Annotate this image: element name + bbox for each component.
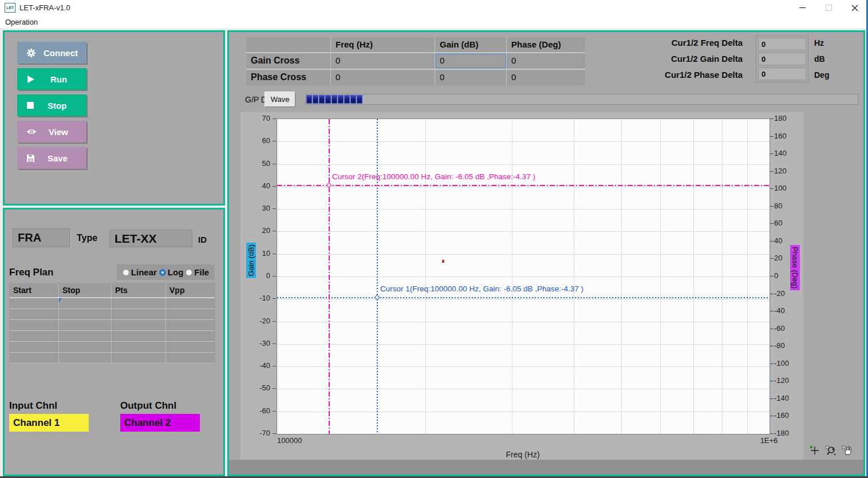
grid-line-vertical [425, 119, 426, 434]
freq-plan-cell[interactable] [59, 309, 112, 319]
maximize-button[interactable] [815, 0, 842, 15]
freq-plan-col-start: Start [10, 283, 59, 297]
plot-area[interactable]: Cursor 1(Freq:100000.00 Hz, Gain: -6.05 … [277, 118, 770, 434]
phase-axis-tick-label: 60 [774, 219, 799, 227]
device-type-field[interactable]: FRA [13, 228, 70, 247]
freq-plan-header-row: Start Stop Pts Vpp [10, 283, 215, 298]
run-button[interactable]: Run [17, 68, 86, 90]
phase-axis-tick-mark [770, 416, 774, 416]
freq-plan-cell[interactable] [166, 353, 215, 363]
phase-axis-tick-label: -40 [774, 306, 799, 315]
cursor-1-vline[interactable] [377, 119, 378, 434]
minimize-icon [799, 5, 806, 11]
freq-plan-cell[interactable] [166, 309, 215, 319]
tab-gpd[interactable]: G/P D [245, 95, 267, 104]
tab-wave[interactable]: Wave [265, 92, 295, 107]
gain-cross-phase-value[interactable]: 0 [507, 53, 585, 69]
grid-line-horizontal [277, 254, 770, 255]
pan-hand-tool-icon[interactable] [842, 445, 853, 456]
gain-axis-tick-mark [273, 321, 276, 322]
save-button[interactable]: Save [17, 147, 86, 169]
phase-axis-tick-label: -120 [774, 376, 799, 385]
mode-option-file[interactable]: File [186, 267, 209, 277]
grid-line-vertical [512, 119, 512, 434]
freq-plan-cell[interactable] [10, 320, 59, 330]
mode-option-log[interactable]: Log [159, 267, 184, 277]
freq-delta-value[interactable]: 0 [758, 38, 806, 50]
phase-axis-tick-label: 120 [774, 167, 799, 175]
progress-segment [332, 95, 337, 104]
zoom-tool-icon[interactable] [825, 445, 837, 456]
device-id-label: ID [198, 235, 207, 244]
connect-button[interactable]: Connect [17, 42, 86, 64]
close-button[interactable] [842, 0, 868, 15]
phase-axis-tick-label: -140 [774, 394, 799, 402]
grid-line-horizontal [277, 322, 770, 322]
gain-cross-row: Gain Cross 0 0 0 [246, 53, 585, 70]
freq-plan-cell[interactable] [10, 309, 59, 319]
cursor-1-hline[interactable] [277, 297, 770, 298]
freq-plan-cell[interactable] [112, 342, 166, 352]
grid-line-vertical [747, 119, 748, 434]
grid-line-horizontal [277, 164, 770, 165]
grid-line-horizontal [277, 344, 770, 345]
freq-plan-table[interactable]: Start Stop Pts Vpp [9, 283, 215, 364]
view-button[interactable]: View [17, 121, 86, 143]
phase-axis-tick-label: 40 [774, 236, 799, 245]
input-channel-selector[interactable]: Channel 1 [9, 414, 89, 432]
freq-plan-cell[interactable] [166, 342, 215, 352]
freq-plan-cell[interactable] [166, 320, 215, 330]
freq-plan-col-pts: Pts [112, 283, 166, 297]
radio-log[interactable] [159, 269, 166, 276]
grid-line-horizontal [277, 412, 770, 412]
gain-axis-tick-label: -40 [245, 361, 270, 370]
gain-axis-tick-mark [273, 141, 276, 141]
grid-line-horizontal [277, 231, 770, 232]
radio-linear[interactable] [123, 269, 129, 276]
phase-cross-phase-value[interactable]: 0 [507, 70, 585, 85]
phase-axis-tick-label: -100 [774, 359, 799, 368]
output-channel-selector[interactable]: Channel 2 [120, 414, 200, 432]
phase-cross-row: Phase Cross 0 0 0 [246, 70, 585, 85]
grid-line-vertical [621, 119, 622, 434]
gain-delta-value[interactable]: 0 [758, 53, 806, 65]
phase-delta-label: Cur1/2 Phase Delta [624, 70, 743, 80]
phase-cross-gain-value[interactable]: 0 [435, 70, 507, 85]
freq-plan-cell[interactable] [59, 320, 112, 330]
phase-axis-tick-label: -80 [774, 341, 799, 350]
phase-axis-tick-mark [770, 276, 774, 276]
freq-plan-cell[interactable] [112, 298, 166, 309]
freq-plan-cell[interactable] [10, 331, 59, 341]
minimize-button[interactable] [789, 0, 815, 15]
phase-cross-freq-value[interactable]: 0 [331, 70, 435, 85]
gain-cross-freq-value[interactable]: 0 [331, 53, 435, 69]
bode-graph: Cursor 1(Freq:100000.00 Hz, Gain: -6.05 … [240, 112, 803, 460]
mode-label-log: Log [168, 267, 184, 277]
phase-axis-tick-label: 100 [774, 184, 799, 192]
freq-plan-cell[interactable] [59, 298, 112, 309]
freq-plan-cell[interactable] [10, 342, 59, 352]
freq-plan-cell[interactable] [112, 353, 166, 363]
freq-plan-cell[interactable] [10, 298, 59, 309]
radio-file[interactable] [186, 269, 192, 276]
gain-cross-gain-value[interactable]: 0 [435, 53, 507, 69]
stop-button[interactable]: Stop [17, 94, 86, 116]
freq-plan-cell[interactable] [166, 298, 215, 309]
device-id-field[interactable]: LET-XX [109, 230, 192, 247]
freq-plan-cell[interactable] [59, 342, 112, 352]
menu-operation[interactable]: Operation [0, 18, 43, 26]
mode-option-linear[interactable]: Linear [123, 267, 157, 277]
phase-delta-value[interactable]: 0 [758, 68, 806, 80]
cursor-2-vline[interactable] [329, 119, 330, 434]
freq-plan-cell[interactable] [59, 353, 112, 363]
freq-plan-cell[interactable] [59, 331, 112, 341]
cursor-2-hline[interactable] [277, 185, 770, 186]
freq-plan-cell[interactable] [166, 331, 215, 341]
freq-plan-cell[interactable] [112, 331, 166, 341]
freq-plan-cell[interactable] [112, 320, 166, 330]
phase-axis-title: Phase (Deg) [790, 245, 800, 290]
input-channel-label: Input Chnl [9, 400, 57, 412]
freq-plan-cell[interactable] [10, 353, 59, 363]
freq-plan-cell[interactable] [112, 309, 166, 319]
cursor-tool-icon[interactable] [810, 445, 820, 456]
